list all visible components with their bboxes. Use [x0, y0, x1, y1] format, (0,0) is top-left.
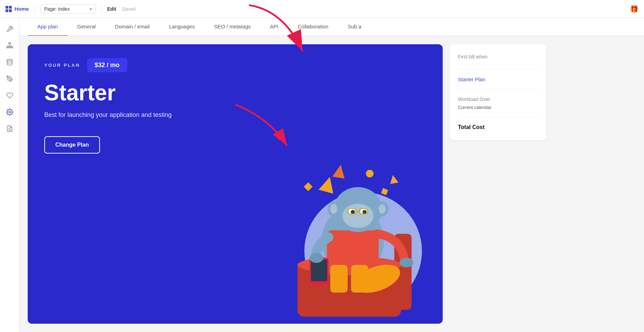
- sidebar-icon-settings[interactable]: [3, 105, 17, 119]
- svg-point-9: [7, 59, 12, 61]
- workload-section: Workload Over Current calendar: [458, 96, 538, 117]
- sidebar-icon-plugin[interactable]: [3, 89, 17, 102]
- starter-plan-section: Starter Plan: [458, 76, 538, 90]
- svg-point-38: [310, 253, 323, 263]
- tab-general[interactable]: General: [67, 18, 105, 36]
- workload-sub: Current calendar: [458, 105, 538, 110]
- main-layout: App plan General Domain / email Language…: [0, 18, 644, 332]
- tab-domain-email[interactable]: Domain / email: [105, 18, 159, 36]
- tab-app-plan[interactable]: App plan: [28, 18, 67, 36]
- svg-rect-20: [330, 265, 348, 293]
- tab-collaboration[interactable]: Collaboration: [288, 18, 338, 36]
- svg-rect-1: [6, 47, 8, 48]
- page-selector[interactable]: Page: index ▾: [40, 4, 96, 13]
- svg-rect-0: [8, 43, 11, 44]
- right-panel: First bill when Starter Plan Workload Ov…: [450, 44, 546, 140]
- tab-sub[interactable]: Sub a: [338, 18, 371, 36]
- plan-hero-card: YOUR PLAN $32 / mo Starter Best for laun…: [28, 44, 443, 324]
- svg-rect-3: [11, 47, 13, 48]
- change-plan-button[interactable]: Change Plan: [44, 136, 100, 154]
- edit-button[interactable]: Edit: [107, 6, 116, 12]
- svg-rect-37: [311, 260, 327, 281]
- tabs-bar: App plan General Domain / email Language…: [19, 18, 644, 36]
- sidebar-icon-tools[interactable]: [3, 22, 17, 36]
- divider2: [101, 5, 102, 13]
- home-grid-icon: [6, 6, 12, 12]
- plan-description: Best for launching your application and …: [44, 110, 176, 120]
- your-plan-row: YOUR PLAN $32 / mo: [44, 58, 426, 72]
- first-bill-label: First bill when: [458, 54, 538, 59]
- your-plan-label: YOUR PLAN: [44, 63, 80, 68]
- home-button[interactable]: Home: [6, 6, 29, 12]
- total-cost-label: Total Cost: [458, 124, 538, 130]
- divider: [35, 5, 35, 13]
- sidebar-icon-document[interactable]: [3, 122, 17, 136]
- svg-point-24: [342, 204, 374, 228]
- tab-seo-metatags[interactable]: SEO / metatags: [204, 18, 260, 36]
- svg-point-39: [399, 258, 413, 267]
- workload-label: Workload Over: [458, 96, 538, 102]
- sidebar-icon-database[interactable]: [3, 55, 17, 69]
- plan-name: Starter: [44, 81, 426, 105]
- page-selector-text: Page: index: [44, 6, 70, 12]
- sidebar-icon-sitemap[interactable]: [3, 39, 17, 53]
- chevron-down-icon: ▾: [90, 6, 92, 12]
- page-content: YOUR PLAN $32 / mo Starter Best for laun…: [19, 36, 644, 332]
- tab-languages[interactable]: Languages: [159, 18, 204, 36]
- first-bill-section: First bill when: [458, 54, 538, 70]
- top-bar: Home Page: index ▾ Edit Saved 🎁: [0, 0, 644, 18]
- svg-point-33: [330, 204, 337, 214]
- saved-status: Saved: [122, 6, 136, 12]
- sidebar: [0, 18, 19, 332]
- price-badge: $32 / mo: [87, 58, 127, 72]
- svg-point-10: [9, 78, 10, 79]
- tab-api[interactable]: API: [260, 18, 288, 36]
- sidebar-icon-brush[interactable]: [3, 72, 17, 86]
- home-label: Home: [15, 6, 29, 12]
- svg-point-11: [9, 111, 10, 113]
- svg-point-35: [379, 204, 386, 214]
- monkey-svg: [277, 165, 443, 324]
- content-area: App plan General Domain / email Language…: [19, 18, 644, 332]
- gift-icon[interactable]: 🎁: [630, 5, 638, 13]
- starter-plan-value: Starter Plan: [458, 76, 538, 82]
- monkey-illustration: [263, 158, 443, 324]
- total-cost-section: Total Cost: [458, 124, 538, 130]
- svg-rect-2: [9, 47, 10, 48]
